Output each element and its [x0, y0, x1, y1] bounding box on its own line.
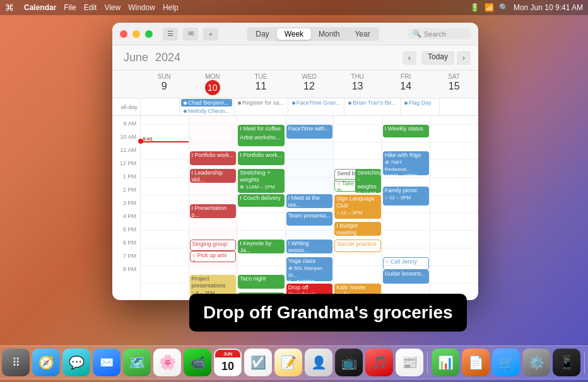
allday-label: all-day [112, 98, 140, 115]
dock-separator-1 [427, 351, 428, 374]
menu-file[interactable]: File [64, 3, 76, 12]
allday-event-flagday[interactable]: Flag Day [402, 99, 438, 107]
maximize-button[interactable] [145, 30, 153, 38]
mail-button[interactable]: ✉ [183, 28, 198, 40]
event-leadership[interactable]: I Leadership skil... [190, 169, 237, 183]
battery-icon: 🔋 [470, 3, 479, 12]
dock-tv[interactable]: 📺 [335, 349, 363, 376]
event-yoga-class[interactable]: Yoga class⊕ 501 Stanyan St...4 – 6:30PM [286, 257, 333, 281]
event-sign-language[interactable]: Sign Language Club○ 12 – 2PM [334, 195, 381, 219]
event-hike-rigo[interactable]: Hike with Rigo⊕ 7887 Redwood...10AM – 12… [383, 151, 430, 175]
menu-view[interactable]: View [104, 3, 121, 12]
dock-launchpad[interactable]: ⠿ [2, 349, 30, 376]
menu-app-name[interactable]: Calendar [24, 3, 56, 12]
day-header-sat: Sat 15 [430, 71, 478, 98]
dock-mail[interactable]: ✉️ [93, 349, 121, 376]
dock-iphone-mirror[interactable]: 📱 [553, 349, 580, 376]
minimize-button[interactable] [132, 30, 140, 38]
event-soccer-practice[interactable]: Soccer practice [334, 240, 381, 252]
time-grid: 9 AM 10 AM 11 AM 12 PM 1 PM 2 PM 3 PM 4 … [112, 116, 478, 300]
calendar-header: June 2024 ‹ Today › [112, 45, 478, 71]
allday-thu: Brian Tran's Bir... [344, 98, 399, 115]
allday-event-melody[interactable]: Melody Cheun... [181, 107, 232, 115]
dock-notes[interactable]: 📝 [274, 349, 302, 376]
event-portfolio-tue[interactable]: I Portfolio work... [238, 151, 285, 165]
day-headers: Sun 9 Mon 10 Tue 11 Wed 12 Thu 13 Fri 14 [112, 71, 478, 98]
close-button[interactable] [120, 30, 127, 38]
sidebar-toggle-button[interactable]: ☰ [163, 28, 178, 40]
event-portfolio-mon[interactable]: I Portfolio work... [190, 151, 237, 165]
menu-window[interactable]: Window [128, 3, 155, 12]
allday-event-register[interactable]: Register for sa... [235, 99, 286, 107]
search-box[interactable]: 🔍 Search [408, 28, 471, 39]
event-family-picnic[interactable]: Family picnic○ 12 – 3PM [383, 187, 430, 205]
event-couch-delivery[interactable]: I Couch delivery [238, 194, 285, 207]
day-header-sun: Sun 9 [140, 71, 189, 98]
year-label: 2024 [155, 51, 180, 64]
event-budget-meeting[interactable]: I Budget meeting [334, 222, 381, 236]
event-call-jenny[interactable]: ○ Call Jenny [383, 257, 430, 270]
dock-messages[interactable]: 💬 [62, 349, 90, 376]
day-header-wed: Wed 12 [285, 71, 334, 98]
dock-music[interactable]: 🎵 [365, 349, 393, 376]
event-tooltip: Drop off Grandma's groceries [189, 294, 467, 332]
dock-pages[interactable]: 📄 [462, 349, 490, 376]
event-presentation-p[interactable]: I Presentation p... [190, 204, 237, 218]
event-writing-session[interactable]: I Writing sessio... [286, 240, 333, 253]
tab-week[interactable]: Week [277, 28, 311, 40]
next-button[interactable]: › [457, 51, 471, 65]
apple-logo[interactable]: ⌘ [5, 3, 14, 13]
event-artist-workshop[interactable]: Artist worksho... [238, 134, 285, 146]
event-taco-night[interactable]: Taco night [238, 275, 285, 289]
event-singing-group[interactable]: Singing group [190, 240, 237, 251]
event-stretching-tue[interactable]: Stretching + weights⊕ 11AM – 1PM [238, 169, 285, 193]
tab-year[interactable]: Year [347, 28, 377, 40]
dock-separator-2 [584, 351, 585, 374]
add-event-button[interactable]: + [203, 28, 218, 40]
today-button[interactable]: Today [421, 51, 454, 65]
current-time-line [141, 141, 189, 142]
calendar-title: June 2024 [120, 51, 180, 64]
event-facetime-with[interactable]: FaceTime with... [286, 125, 333, 139]
event-team-presenta[interactable]: Team presenta... [286, 212, 333, 226]
datetime-display: Mon Jun 10 9:41 AM [514, 3, 583, 12]
menu-edit[interactable]: Edit [84, 3, 97, 12]
day-col-sat [430, 116, 478, 300]
menu-bar-right: 🔋 📶 🔍 Mon Jun 10 9:41 AM [470, 3, 583, 12]
day-col-tue: I Meet for coffee Artist worksho... I Po… [237, 116, 285, 300]
calendar-grid: 9 AM 10 AM 11 AM 12 PM 1 PM 2 PM 3 PM 4 … [112, 116, 478, 300]
dock-facetime[interactable]: 📹 [184, 349, 211, 376]
dock-calendar[interactable]: JUN 10 [214, 349, 242, 376]
event-keynote[interactable]: I Keynote by Ja... [238, 240, 285, 253]
day-col-wed: FaceTime with... I Meet at the res... Te… [285, 116, 334, 300]
allday-event-facetime[interactable]: FaceTime Gran... [290, 99, 343, 107]
dock-contacts[interactable]: 👤 [305, 349, 332, 376]
dock-reminders[interactable]: ☑️ [244, 349, 272, 376]
day-header-thu: Thu 13 [333, 71, 382, 98]
menu-help[interactable]: Help [163, 3, 179, 12]
tab-month[interactable]: Month [311, 28, 347, 40]
dock-numbers[interactable]: 📊 [432, 349, 459, 376]
event-weekly-status[interactable]: I Weekly status [383, 125, 430, 137]
allday-event-chad[interactable]: Chad Benjami... [181, 99, 232, 107]
dock-maps[interactable]: 🗺️ [123, 349, 151, 376]
time-column: 9 AM 10 AM 11 AM 12 PM 1 PM 2 PM 3 PM 4 … [112, 116, 140, 300]
month-label: June [124, 51, 148, 64]
prev-button[interactable]: ‹ [403, 51, 416, 65]
allday-event-brian[interactable]: Brian Tran's Bir... [346, 99, 398, 107]
dock-photos[interactable]: 🌸 [153, 349, 181, 376]
day-header-tue: Tue 11 [237, 71, 285, 98]
tab-day[interactable]: Day [248, 28, 276, 40]
menu-bar-left: ⌘ Calendar File Edit View Window Help [5, 3, 179, 13]
dock-news[interactable]: 📰 [396, 349, 423, 376]
allday-sun [140, 98, 179, 115]
search-icon[interactable]: 🔍 [499, 3, 509, 12]
event-meet-res[interactable]: I Meet at the res... [286, 194, 333, 208]
dock-safari[interactable]: 🧭 [32, 349, 60, 376]
event-guitar-lessons[interactable]: Guitar lessons... [383, 270, 430, 284]
dock-appstore[interactable]: 🛒 [492, 349, 520, 376]
event-take-luna[interactable]: ○ Take Luna to th... [334, 179, 381, 192]
dock-settings[interactable]: ⚙️ [522, 349, 550, 376]
event-pickup-arts[interactable]: ○ Pick up arts &... [190, 251, 237, 262]
day-header-fri: Fri 14 [382, 71, 430, 98]
